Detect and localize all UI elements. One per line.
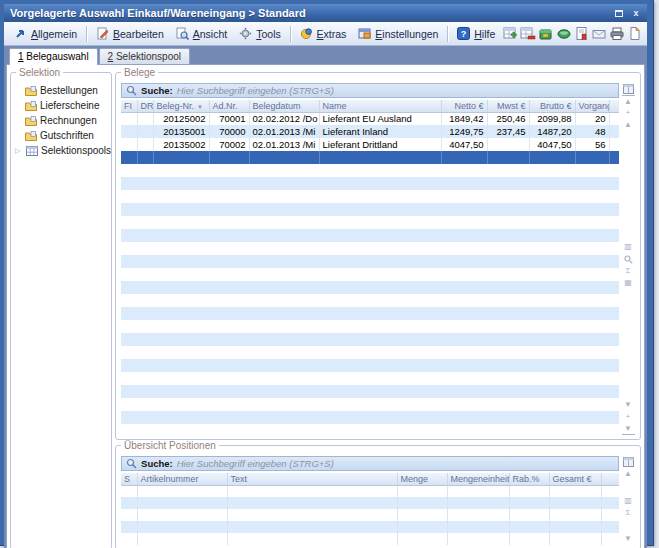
close-button[interactable]: x xyxy=(629,7,643,20)
menubar: Allgemein Bearbeiten Ansicht Tools Extra… xyxy=(4,22,647,46)
positionen-header-row: S Artikelnummer Text Menge Mengeneinheit… xyxy=(121,473,619,485)
empty-row xyxy=(121,533,619,545)
print-button[interactable] xyxy=(609,24,626,44)
empty-row xyxy=(121,164,619,177)
restore-icon xyxy=(615,10,623,17)
col-rab[interactable]: Rab.% xyxy=(509,473,549,485)
col-menge[interactable]: Menge xyxy=(397,473,447,485)
menu-tools[interactable]: Tools xyxy=(233,25,287,42)
belege-row[interactable]: 20125002 70001 02.02.2012 /Do Lieferant … xyxy=(121,112,619,125)
empty-row xyxy=(121,203,619,216)
right-column: Belege Suche: Hier Suchbegriff eingeben … xyxy=(115,72,641,548)
empty-row xyxy=(121,294,619,307)
card-view-button[interactable]: ▥ xyxy=(622,495,635,507)
belege-row[interactable]: 20135002 70002 02.01.2013 /Mi Lieferant … xyxy=(121,138,619,151)
col-mwst[interactable]: Mwst € xyxy=(487,100,529,112)
belege-grid: FI DR Beleg-Nr.▼ Ad.Nr. Belegdatum Name … xyxy=(121,100,619,424)
filter-button[interactable]: ▦ xyxy=(622,277,635,289)
tree-item-rechnungen[interactable]: Rechnungen xyxy=(11,113,111,128)
column-chooser-button[interactable] xyxy=(622,83,635,95)
col-netto[interactable]: Netto € xyxy=(441,100,487,112)
screen: Vorgelagerte Auswahl Einkauf/Wareneingan… xyxy=(0,0,659,548)
go-last-button[interactable]: ▼ xyxy=(622,423,635,435)
application-window: Vorgelagerte Auswahl Einkauf/Wareneingan… xyxy=(0,0,653,545)
mail-button[interactable] xyxy=(591,24,608,44)
search-icon xyxy=(126,85,137,96)
column-chooser-icon xyxy=(623,84,634,94)
uebersicht-search-field[interactable]: Suche: Hier Suchbegriff eingeben (STRG+S… xyxy=(121,456,619,471)
empty-row xyxy=(121,255,619,268)
empty-row xyxy=(121,333,619,346)
col-mengeneinheit[interactable]: Mengeneinheit xyxy=(447,473,509,485)
folder-icon xyxy=(25,131,37,141)
archive-button[interactable] xyxy=(538,24,555,44)
close-icon: x xyxy=(633,8,638,18)
col-gesamt[interactable]: Gesamt € xyxy=(549,473,601,485)
menu-einstellungen[interactable]: Einstellungen xyxy=(352,25,444,42)
go-first-button[interactable]: ▲ xyxy=(622,95,635,107)
sum-button[interactable]: Σ xyxy=(622,265,635,277)
pool-remove-button[interactable] xyxy=(520,24,537,44)
tree-item-lieferscheine[interactable]: Lieferscheine xyxy=(11,98,111,113)
pool-add-button[interactable] xyxy=(502,24,519,44)
uebersicht-caption: Übersicht Positionen xyxy=(121,440,219,451)
expander-icon[interactable]: ▷ xyxy=(15,147,23,155)
col-beleg-nr[interactable]: Beleg-Nr.▼ xyxy=(153,100,209,112)
col-s[interactable]: S xyxy=(121,473,137,485)
col-dr[interactable]: DR xyxy=(137,100,153,112)
col-belegdatum[interactable]: Belegdatum xyxy=(249,100,319,112)
empty-row xyxy=(121,411,619,424)
row-down-button[interactable]: ▼ xyxy=(622,399,635,411)
menu-allgemein[interactable]: Allgemein xyxy=(8,25,83,42)
folder-icon xyxy=(25,116,37,126)
menu-separator xyxy=(447,26,448,42)
export-button[interactable] xyxy=(573,24,590,44)
search-placeholder: Hier Suchbegriff eingeben (STRG+S) xyxy=(177,85,334,96)
belege-search-field[interactable]: Suche: Hier Suchbegriff eingeben (STRG+S… xyxy=(121,83,619,98)
titlebar[interactable]: Vorgelagerte Auswahl Einkauf/Wareneingan… xyxy=(4,4,647,22)
row-up-button[interactable]: ▲ xyxy=(622,119,635,131)
col-fi[interactable]: FI xyxy=(121,100,137,112)
menu-ansicht[interactable]: Ansicht xyxy=(170,25,233,42)
tab-belegauswahl[interactable]: 1 Belegauswahl xyxy=(9,48,98,65)
belege-row[interactable]: 20135001 70000 02.01.2013 /Mi Lieferant … xyxy=(121,125,619,138)
col-brutto[interactable]: Brutto € xyxy=(529,100,575,112)
export-icon xyxy=(574,26,590,42)
search-label: Suche: xyxy=(141,458,173,469)
row-up-button[interactable]: ▲ xyxy=(622,468,635,480)
search-label: Suche: xyxy=(141,85,173,96)
uebersicht-group: Übersicht Positionen Suche: Hier Suchbeg… xyxy=(115,445,641,548)
belege-grid-rail: ▲ + ▲ ▥ Σ ▦ ▼ xyxy=(621,83,635,435)
sum-button[interactable]: Σ xyxy=(622,507,635,519)
col-name[interactable]: Name xyxy=(319,100,441,112)
tab-selektionspool[interactable]: 2 Selektionspool xyxy=(99,48,190,64)
help-icon: ? xyxy=(457,27,470,40)
col-ad-nr[interactable]: Ad.Nr. xyxy=(209,100,249,112)
search-placeholder: Hier Suchbegriff eingeben (STRG+S) xyxy=(177,458,334,469)
empty-row xyxy=(121,398,619,411)
page-up-button[interactable]: + xyxy=(622,107,635,119)
tab-page: Selektion Bestellungen Lieferscheine xyxy=(6,64,645,548)
new-document-button[interactable] xyxy=(626,24,643,44)
tree-item-bestellungen[interactable]: Bestellungen xyxy=(11,83,111,98)
col-artikelnummer[interactable]: Artikelnummer xyxy=(137,473,227,485)
selected-row[interactable] xyxy=(121,151,619,164)
empty-row xyxy=(121,229,619,242)
menu-bearbeiten[interactable]: Bearbeiten xyxy=(90,25,170,42)
menu-extras[interactable]: Extras xyxy=(294,25,353,42)
grid-search-button[interactable] xyxy=(622,253,635,265)
sort-desc-icon: ▼ xyxy=(197,104,203,110)
menu-hilfe[interactable]: ? Hilfe xyxy=(451,25,501,42)
restore-button[interactable] xyxy=(612,7,626,20)
row-down-button[interactable]: ▼ xyxy=(622,533,635,545)
col-text[interactable]: Text xyxy=(227,473,397,485)
tree-item-selektionspools[interactable]: ▷ Selektionspools xyxy=(11,143,111,158)
preview-button[interactable] xyxy=(555,24,572,44)
card-view-button[interactable]: ▥ xyxy=(622,241,635,253)
page-down-button[interactable]: + xyxy=(622,411,635,423)
column-chooser-button[interactable] xyxy=(622,456,635,468)
col-vorgang[interactable]: Vorgang xyxy=(575,100,609,112)
tree-item-gutschriften[interactable]: Gutschriften xyxy=(11,128,111,143)
empty-row xyxy=(121,346,619,359)
empty-row xyxy=(121,307,619,320)
